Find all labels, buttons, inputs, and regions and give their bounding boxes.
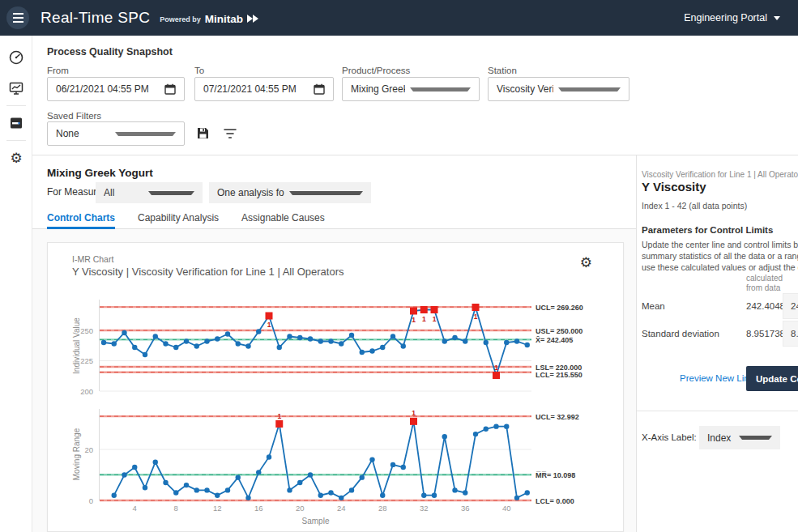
filter-button[interactable]: [224, 128, 237, 143]
page-title: Process Quality Snapshot: [47, 46, 173, 57]
chevron-down-icon: [289, 191, 363, 195]
svg-text:Moving Range: Moving Range: [72, 428, 81, 480]
saved-filters-value: None: [56, 128, 110, 139]
sidebar-divider: [6, 105, 26, 106]
mean-calculated-value: 242.4048: [746, 301, 785, 311]
chart-title: Y Viscosity | Viscosity Verification for…: [72, 266, 344, 278]
saved-filters-label: Saved Filters: [47, 111, 101, 121]
svg-text:20: 20: [84, 445, 93, 454]
gear-icon: ⚙: [10, 151, 22, 165]
svg-text:200: 200: [80, 387, 93, 396]
measure-select-value: All: [104, 187, 143, 198]
brand-name: Minitab: [205, 13, 243, 25]
tab-assignable-causes[interactable]: Assignable Causes: [241, 207, 325, 228]
imr-chart-card: I-MR Chart Y Viscosity | Viscosity Verif…: [47, 242, 624, 532]
svg-text:1: 1: [494, 364, 498, 372]
svg-text:Sample: Sample: [302, 517, 330, 526]
mean-input[interactable]: [783, 293, 798, 319]
archive-box-icon: [8, 116, 24, 130]
gauge-icon: [8, 49, 24, 66]
sidebar-item-charts[interactable]: [0, 76, 32, 100]
description-line: Update the center line and control limit…: [642, 240, 798, 249]
measure-select[interactable]: All: [96, 182, 203, 203]
index-range-label: Index 1 - 42 (all data points): [642, 201, 747, 211]
svg-text:1: 1: [433, 315, 437, 323]
app-title: Real-Time SPC: [41, 9, 150, 27]
product-select[interactable]: Mixing Greek Yogurt: [342, 77, 480, 101]
svg-text:UCL= 269.260: UCL= 269.260: [536, 304, 583, 312]
tab-control-charts[interactable]: Control Charts: [47, 207, 115, 228]
product-label: Product/Process: [342, 66, 410, 75]
svg-text:225: 225: [80, 356, 93, 365]
panel-subtitle: Viscosity Verification for Line 1 | All …: [642, 170, 798, 179]
right-panel: Viscosity Verification for Line 1 | All …: [636, 155, 798, 532]
chevron-down-icon: [410, 87, 471, 92]
chevron-down-icon: [148, 191, 194, 195]
update-control-limits-button[interactable]: Update Control Limits: [746, 366, 798, 391]
saved-filters-select[interactable]: None: [47, 121, 185, 146]
svg-text:16: 16: [254, 504, 263, 513]
svg-text:32: 32: [420, 504, 429, 513]
minitab-logo-icon: [246, 12, 260, 27]
calendar-icon[interactable]: [164, 83, 176, 95]
std-input[interactable]: [783, 321, 798, 347]
filter-icon: [224, 128, 237, 139]
description-line: summary statistics of all the data or a …: [642, 251, 798, 261]
svg-text:1: 1: [412, 316, 416, 324]
svg-text:0: 0: [89, 496, 93, 505]
svg-text:1: 1: [277, 412, 281, 420]
from-date-value: 06/21/2021 04:55 PM: [56, 83, 164, 95]
station-label: Station: [488, 66, 517, 75]
from-label: From: [47, 66, 69, 75]
mean-label: Mean: [642, 301, 665, 311]
chart-settings-gear-icon[interactable]: ⚙: [580, 256, 592, 270]
powered-by-label: Powered by: [160, 15, 201, 23]
svg-text:36: 36: [461, 504, 470, 513]
left-sidebar: ⚙: [0, 36, 32, 532]
svg-text:1: 1: [412, 409, 416, 417]
product-select-value: Mixing Greek Yogurt: [351, 83, 405, 95]
to-date-input[interactable]: 07/21/2021 04:55 PM: [194, 77, 334, 101]
svg-text:24: 24: [337, 504, 346, 513]
std-calculated-value: 8.951738: [746, 329, 785, 338]
tab-capability-analysis[interactable]: Capability Analysis: [138, 207, 219, 228]
panel-title: Y Viscosity: [642, 180, 706, 194]
svg-text:4: 4: [133, 504, 137, 513]
tab-bar: Control Charts Capability Analysis Assig…: [32, 207, 636, 229]
sidebar-item-settings[interactable]: ⚙: [0, 146, 32, 170]
svg-text:12: 12: [213, 504, 222, 513]
chevron-down-icon: [115, 132, 176, 136]
calendar-icon[interactable]: [314, 83, 325, 95]
save-filter-button[interactable]: [196, 126, 210, 143]
svg-text:Individual Value: Individual Value: [72, 317, 81, 374]
xaxis-label: X-Axis Label:: [642, 432, 697, 442]
chart-type-label: I-MR Chart: [72, 254, 113, 264]
hamburger-menu-icon[interactable]: [6, 6, 29, 29]
svg-text:X̄= 242.405: X̄= 242.405: [536, 336, 573, 344]
svg-text:1: 1: [474, 313, 478, 321]
calculated-column-header: calculated from data: [746, 274, 783, 293]
svg-text:LCL= 0.000: LCL= 0.000: [536, 497, 574, 505]
svg-text:1: 1: [422, 315, 426, 323]
svg-text:LCL= 215.550: LCL= 215.550: [536, 371, 582, 379]
top-navbar: Real-Time SPC Powered by Minitab Enginee…: [0, 0, 798, 36]
to-date-value: 07/21/2021 04:55 PM: [203, 83, 314, 95]
station-select[interactable]: Viscosity Verification for ...: [488, 77, 629, 101]
svg-text:UCL= 32.992: UCL= 32.992: [536, 413, 579, 421]
svg-text:8: 8: [174, 504, 178, 513]
sidebar-item-assets[interactable]: [0, 111, 32, 135]
app-window: Real-Time SPC Powered by Minitab Enginee…: [0, 0, 798, 532]
svg-text:40: 40: [502, 504, 511, 513]
portal-menu[interactable]: Engineering Portal: [684, 0, 780, 36]
sidebar-divider: [6, 140, 26, 141]
from-date-input[interactable]: 06/21/2021 04:55 PM: [47, 77, 185, 101]
chevron-down-icon: [739, 436, 772, 440]
analysis-select[interactable]: One analysis for all stations: [209, 182, 371, 203]
process-title: Mixing Greek Yogurt: [47, 167, 153, 179]
svg-text:28: 28: [378, 504, 387, 513]
svg-text:1: 1: [267, 321, 271, 329]
xaxis-select[interactable]: Index: [699, 426, 780, 449]
svg-text:M̅R̅= 10.098: M̅R̅= 10.098: [536, 471, 575, 479]
sidebar-item-dashboard[interactable]: [0, 45, 32, 70]
svg-text:USL= 250.000: USL= 250.000: [536, 327, 582, 335]
